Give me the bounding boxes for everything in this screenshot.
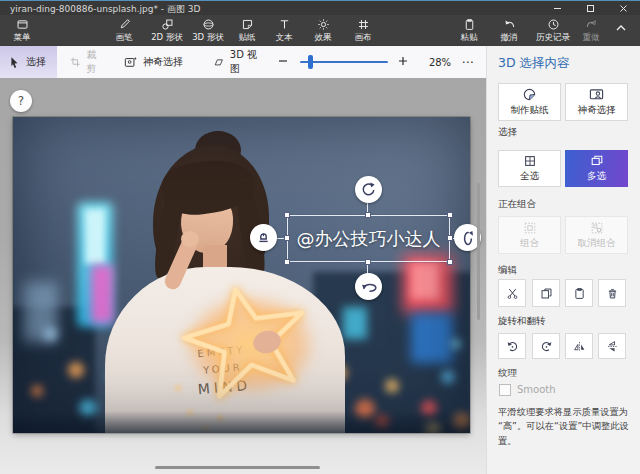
vertical-scrollbar[interactable]	[477, 183, 480, 320]
rotate-cw-button[interactable]	[532, 333, 560, 359]
view-3d-label: 3D 视图	[230, 48, 261, 76]
blue-tower	[411, 313, 453, 363]
bokeh-light	[161, 387, 171, 397]
crop-tool[interactable]: 裁剪	[62, 46, 112, 78]
flip-vertical-button[interactable]	[598, 333, 626, 359]
canvas-icon	[357, 18, 370, 31]
bokeh-light	[425, 423, 441, 433]
rotate-z-handle[interactable]	[355, 176, 382, 203]
resize-handle-s[interactable]	[365, 259, 371, 265]
string-light	[187, 410, 193, 416]
minimize-button[interactable]	[541, 1, 574, 16]
bokeh-light	[451, 339, 461, 349]
brush-tool[interactable]: 画笔	[102, 18, 146, 45]
delete-button[interactable]	[598, 279, 626, 307]
smooth-checkbox[interactable]	[499, 384, 511, 396]
collapse-ribbon-button[interactable]	[614, 23, 628, 33]
building-silhouette	[313, 272, 470, 433]
flip-horizontal-button[interactable]	[565, 333, 593, 359]
resize-handle-e[interactable]	[447, 235, 453, 241]
text-tool[interactable]: 文本	[264, 18, 304, 45]
panel-title: 3D 选择内容	[498, 55, 570, 72]
resize-handle-n[interactable]	[365, 212, 371, 218]
horizontal-scrollbar[interactable]	[155, 466, 320, 469]
magic-select-tool[interactable]: 神奇选择	[116, 46, 194, 78]
shapes-2d-tool[interactable]: 2D 形状	[144, 18, 190, 45]
paint3d-window: yiran-ding-800886-unsplash.jpg* - 画图 3D …	[0, 0, 640, 474]
zoom-slider-track[interactable]	[300, 61, 388, 63]
view-3d-icon	[213, 56, 224, 68]
star-light	[161, 269, 331, 410]
flip-v-icon	[606, 340, 619, 353]
history-button[interactable]: 历史记录	[528, 18, 578, 45]
red-glow-core	[411, 263, 439, 299]
neon-tower-cyan	[77, 202, 113, 327]
help-button[interactable]: ?	[10, 90, 32, 112]
resize-handle-se[interactable]	[447, 259, 453, 265]
text-icon	[278, 18, 291, 31]
more-options-button[interactable]: ⋯	[456, 46, 480, 78]
copy-button[interactable]	[532, 279, 560, 307]
paste-button[interactable]: 粘贴	[448, 18, 490, 45]
sticker-tool[interactable]: 贴纸	[226, 18, 268, 45]
effects-tool[interactable]: 效果	[302, 18, 344, 45]
brush-icon	[118, 18, 131, 31]
bokeh-light	[375, 415, 389, 429]
close-button[interactable]	[607, 1, 640, 16]
string-light	[217, 415, 223, 421]
ungroup-label: 取消组合	[578, 237, 616, 250]
chevron-up-icon	[614, 23, 628, 33]
depth-handle[interactable]	[250, 224, 277, 251]
resize-handle-nw[interactable]	[284, 212, 290, 218]
view-3d-button[interactable]: 3D 视图	[205, 46, 269, 78]
undo-button[interactable]: 撤消	[488, 18, 530, 45]
shapes-2d-icon	[161, 18, 174, 31]
magic-select-panel-button[interactable]: 神奇选择	[565, 83, 628, 121]
paste-panel-button[interactable]	[565, 279, 593, 307]
resize-handle-w[interactable]	[284, 235, 290, 241]
ribbon: 菜单 画笔 2D 形状 3D 形状 贴纸 文本 效果 画布	[0, 15, 640, 46]
edit-section-label: 编辑	[498, 264, 517, 277]
make-sticker-icon	[522, 87, 537, 102]
cut-button[interactable]	[498, 279, 526, 307]
zoom-out-button[interactable]	[276, 54, 290, 68]
shapes-3d-tool[interactable]: 3D 形状	[186, 18, 230, 45]
menu-button[interactable]: 菜单	[0, 18, 44, 45]
maximize-button[interactable]	[574, 1, 607, 16]
cyan-building	[343, 307, 367, 339]
photo-canvas[interactable]: EMPTY YOUR MIND	[13, 117, 470, 433]
group-icon	[523, 221, 537, 235]
group-button[interactable]: 组合	[498, 216, 561, 254]
delete-icon	[606, 287, 619, 300]
crop-tool-label: 裁剪	[87, 48, 105, 76]
canvas-workspace: ?	[0, 78, 486, 474]
select-tool-label: 选择	[26, 55, 46, 69]
texture-section-label: 纹理	[498, 367, 517, 380]
grouping-section-label: 正在组合	[498, 198, 536, 211]
group-label: 组合	[520, 237, 539, 250]
selection-box[interactable]: @办公技巧小达人	[287, 215, 450, 262]
effects-icon	[317, 18, 330, 31]
smooth-label: Smooth	[517, 384, 556, 395]
zoom-in-button[interactable]	[396, 54, 410, 68]
rotate-ccw-button[interactable]	[498, 333, 526, 359]
zoom-slider-thumb[interactable]	[308, 55, 313, 69]
resize-handle-sw[interactable]	[284, 259, 290, 265]
ungroup-button[interactable]: 取消组合	[565, 216, 628, 254]
zoom-percent[interactable]: 28%	[420, 46, 460, 78]
tool-options-bar: 选择 裁剪 神奇选择 3D 视图 28% ⋯	[0, 46, 486, 78]
make-sticker-button[interactable]: 制作贴纸	[498, 83, 561, 121]
select-tool[interactable]: 选择	[0, 46, 57, 78]
redo-button[interactable]: 重做	[572, 18, 610, 45]
rotate-x-handle[interactable]	[355, 273, 382, 300]
canvas-tool[interactable]: 画布	[342, 18, 384, 45]
resize-handle-ne[interactable]	[447, 212, 453, 218]
string-light	[203, 425, 209, 431]
select-all-button[interactable]: 全选	[498, 150, 561, 187]
bokeh-light	[311, 415, 323, 427]
multiselect-button[interactable]: 多选	[565, 150, 628, 187]
hair-bun	[195, 131, 241, 169]
shirt	[105, 267, 345, 433]
magic-select-label: 神奇选择	[143, 55, 183, 69]
window-controls	[541, 1, 640, 16]
